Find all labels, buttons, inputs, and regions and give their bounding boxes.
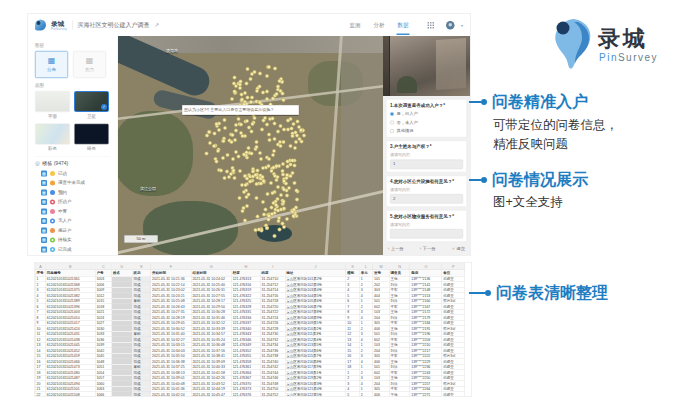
map-marker[interactable] xyxy=(221,139,225,143)
map-marker[interactable] xyxy=(249,77,253,81)
photo-thumbnail[interactable] xyxy=(383,36,389,96)
radio-option[interactable]: 否，未入户 xyxy=(390,119,463,125)
table-cell[interactable]: 已提交 xyxy=(442,392,465,396)
map-marker[interactable] xyxy=(214,122,218,126)
map-marker[interactable] xyxy=(250,129,254,133)
map-marker[interactable] xyxy=(290,134,294,138)
map-marker[interactable] xyxy=(280,222,284,226)
map-marker[interactable] xyxy=(282,200,286,204)
table-cell[interactable]: 2021-05-31 10:45:47 xyxy=(191,392,231,396)
map-marker[interactable] xyxy=(268,138,272,142)
map-marker[interactable] xyxy=(261,200,265,204)
map-marker[interactable] xyxy=(266,164,270,168)
map-marker[interactable] xyxy=(226,153,230,157)
panel-button-下一份[interactable]: ›下一份 xyxy=(420,246,436,252)
map-marker[interactable] xyxy=(240,134,244,138)
map-marker[interactable] xyxy=(260,127,264,131)
map-marker[interactable] xyxy=(288,144,292,148)
map-marker[interactable] xyxy=(255,89,259,93)
map-marker[interactable] xyxy=(259,157,263,161)
legend-item-其他[interactable]: ▦其他 xyxy=(35,254,118,255)
map-marker[interactable] xyxy=(233,75,237,79)
map-marker[interactable] xyxy=(239,79,243,83)
map-marker[interactable] xyxy=(223,126,227,130)
map-marker[interactable] xyxy=(232,82,236,86)
map-marker[interactable] xyxy=(265,89,269,93)
map-marker[interactable] xyxy=(293,181,297,185)
table-cell[interactable]: 1066 xyxy=(95,392,112,396)
map-marker[interactable] xyxy=(285,217,289,221)
map-marker[interactable] xyxy=(295,120,299,124)
map-marker[interactable] xyxy=(255,214,259,218)
map-marker[interactable] xyxy=(258,151,262,155)
basemap-卫星[interactable]: ✓卫星 xyxy=(74,91,109,120)
table-cell[interactable]: 宝山区淞南路122弄5号 xyxy=(285,392,346,396)
radio-icon[interactable] xyxy=(390,120,394,124)
map-canvas[interactable]: 您认为小区7个主要出入口是否需要增设监控设施？ 50 m 凌海路 滨江公园 xyxy=(118,36,383,255)
map-marker[interactable] xyxy=(302,133,306,137)
map-marker[interactable] xyxy=(291,122,295,126)
map-marker[interactable] xyxy=(257,85,261,89)
map-marker[interactable] xyxy=(250,96,254,100)
map-marker[interactable] xyxy=(282,98,286,102)
map-marker[interactable] xyxy=(204,151,208,155)
table-cell[interactable]: 杨军 xyxy=(112,392,133,396)
map-marker[interactable] xyxy=(276,129,280,133)
table-cell[interactable]: 完成 xyxy=(132,392,151,396)
map-marker[interactable] xyxy=(265,123,269,127)
map-marker[interactable] xyxy=(290,171,294,175)
map-marker[interactable] xyxy=(254,145,258,149)
map-marker[interactable] xyxy=(249,100,253,104)
map-marker[interactable] xyxy=(219,168,223,172)
map-marker[interactable] xyxy=(275,175,279,179)
map-marker[interactable] xyxy=(231,157,235,161)
map-marker[interactable] xyxy=(259,181,263,185)
map-marker[interactable] xyxy=(245,119,249,123)
table-cell[interactable]: 121.476376 xyxy=(231,392,260,396)
map-marker[interactable] xyxy=(251,169,255,173)
radio-icon[interactable] xyxy=(390,129,394,133)
map-marker[interactable] xyxy=(239,123,243,127)
map-marker[interactable] xyxy=(258,72,262,76)
table-cell[interactable]: 王敏 xyxy=(389,392,410,396)
radio-icon[interactable] xyxy=(390,112,394,116)
map-marker[interactable] xyxy=(261,175,265,179)
map-marker[interactable] xyxy=(275,92,279,96)
map-marker[interactable] xyxy=(273,67,277,71)
map-marker[interactable] xyxy=(234,123,238,127)
answer-input[interactable] xyxy=(390,229,463,239)
map-marker[interactable] xyxy=(292,208,296,212)
map-marker[interactable] xyxy=(261,91,265,95)
map-marker[interactable] xyxy=(267,65,271,69)
basemap-平面[interactable]: 平面 xyxy=(35,91,70,120)
map-marker[interactable] xyxy=(267,214,271,218)
map-marker[interactable] xyxy=(282,206,286,210)
basemap-暗色[interactable]: 暗色 xyxy=(74,124,109,153)
table-cell[interactable]: 31.254752 xyxy=(260,392,285,396)
map-marker[interactable] xyxy=(276,84,280,88)
map-marker[interactable] xyxy=(237,117,241,121)
map-marker[interactable] xyxy=(234,150,238,154)
map-marker[interactable] xyxy=(280,91,284,95)
map-marker[interactable] xyxy=(284,181,288,185)
legend-item-预约[interactable]: ▦预约 xyxy=(35,188,118,198)
map-marker[interactable] xyxy=(216,149,220,153)
map-marker[interactable] xyxy=(281,162,285,166)
map-marker[interactable] xyxy=(276,185,280,189)
chevron-down-icon[interactable]: ▾ xyxy=(461,23,463,28)
map-marker[interactable] xyxy=(273,122,277,126)
map-marker[interactable] xyxy=(237,155,241,159)
map-marker[interactable] xyxy=(244,195,248,199)
table-cell[interactable]: 61202105311021508 xyxy=(46,392,96,396)
layer-button-热力[interactable]: ▦热力 xyxy=(73,51,106,78)
map-marker[interactable] xyxy=(278,79,282,83)
table-cell[interactable]: 22 xyxy=(35,392,45,396)
map-marker[interactable] xyxy=(263,207,267,211)
tab-数据[interactable]: 数据 xyxy=(396,15,409,35)
map-marker[interactable] xyxy=(250,152,254,156)
map-marker[interactable] xyxy=(282,140,286,144)
map-marker[interactable] xyxy=(245,96,249,100)
legend-item-无人户[interactable]: ▦无人户 xyxy=(35,216,118,226)
table-cell[interactable]: 2021-05-31 10:42:24 xyxy=(151,392,191,396)
map-marker[interactable] xyxy=(254,196,258,200)
